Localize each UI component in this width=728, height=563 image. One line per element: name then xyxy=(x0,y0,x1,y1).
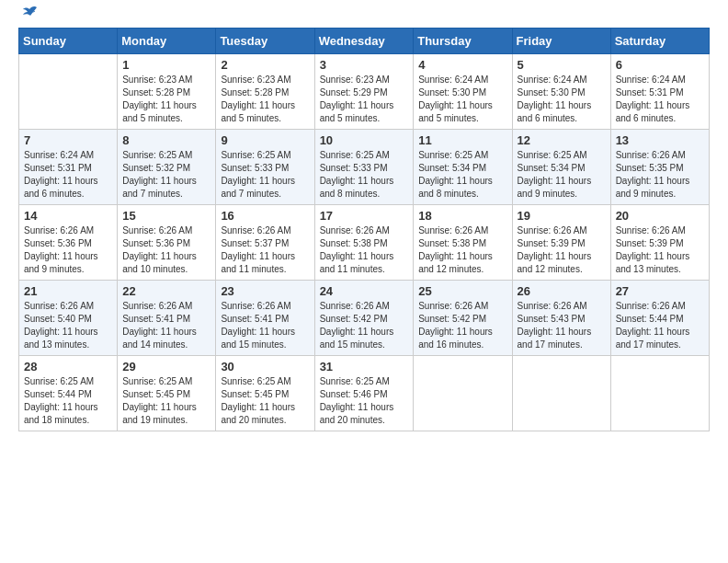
day-info: Sunrise: 6:25 AM Sunset: 5:45 PM Dayligh… xyxy=(221,375,309,427)
calendar-cell xyxy=(19,54,118,130)
calendar-cell: 19Sunrise: 6:26 AM Sunset: 5:39 PM Dayli… xyxy=(512,205,610,281)
day-number: 19 xyxy=(518,209,606,223)
day-number: 22 xyxy=(122,284,210,298)
day-info: Sunrise: 6:26 AM Sunset: 5:39 PM Dayligh… xyxy=(616,224,704,276)
calendar-cell: 4Sunrise: 6:24 AM Sunset: 5:30 PM Daylig… xyxy=(414,54,512,130)
day-number: 9 xyxy=(221,133,309,147)
calendar-cell xyxy=(610,356,709,431)
day-info: Sunrise: 6:26 AM Sunset: 5:44 PM Dayligh… xyxy=(616,300,704,351)
day-info: Sunrise: 6:25 AM Sunset: 5:34 PM Dayligh… xyxy=(518,149,606,201)
day-number: 25 xyxy=(418,284,506,298)
calendar-cell: 11Sunrise: 6:25 AM Sunset: 5:34 PM Dayli… xyxy=(414,130,512,205)
day-number: 27 xyxy=(616,284,704,298)
day-number: 4 xyxy=(418,58,506,72)
calendar-cell xyxy=(512,356,610,431)
day-info: Sunrise: 6:24 AM Sunset: 5:30 PM Dayligh… xyxy=(418,74,506,125)
calendar-cell: 9Sunrise: 6:25 AM Sunset: 5:33 PM Daylig… xyxy=(216,130,314,205)
day-info: Sunrise: 6:24 AM Sunset: 5:31 PM Dayligh… xyxy=(24,149,112,201)
calendar-cell: 15Sunrise: 6:26 AM Sunset: 5:36 PM Dayli… xyxy=(118,205,216,281)
day-info: Sunrise: 6:26 AM Sunset: 5:38 PM Dayligh… xyxy=(418,224,506,276)
calendar-cell: 5Sunrise: 6:24 AM Sunset: 5:30 PM Daylig… xyxy=(512,54,610,130)
calendar-header-sunday: Sunday xyxy=(19,29,118,54)
calendar-cell: 24Sunrise: 6:26 AM Sunset: 5:42 PM Dayli… xyxy=(314,281,414,356)
day-number: 15 xyxy=(122,209,210,223)
logo xyxy=(18,9,40,20)
day-info: Sunrise: 6:26 AM Sunset: 5:43 PM Dayligh… xyxy=(518,300,606,351)
logo-bird-icon xyxy=(20,6,40,24)
calendar-cell: 12Sunrise: 6:25 AM Sunset: 5:34 PM Dayli… xyxy=(512,130,610,205)
day-info: Sunrise: 6:24 AM Sunset: 5:31 PM Dayligh… xyxy=(616,74,704,125)
calendar-cell: 30Sunrise: 6:25 AM Sunset: 5:45 PM Dayli… xyxy=(216,356,314,431)
day-info: Sunrise: 6:24 AM Sunset: 5:30 PM Dayligh… xyxy=(518,74,606,125)
calendar-header-friday: Friday xyxy=(512,29,610,54)
day-number: 24 xyxy=(320,284,409,298)
calendar-cell: 14Sunrise: 6:26 AM Sunset: 5:36 PM Dayli… xyxy=(19,205,118,281)
day-info: Sunrise: 6:26 AM Sunset: 5:37 PM Dayligh… xyxy=(221,224,309,276)
calendar-week-row: 7Sunrise: 6:24 AM Sunset: 5:31 PM Daylig… xyxy=(19,130,710,205)
calendar-header-thursday: Thursday xyxy=(414,29,512,54)
day-info: Sunrise: 6:25 AM Sunset: 5:44 PM Dayligh… xyxy=(24,375,112,427)
calendar-cell: 22Sunrise: 6:26 AM Sunset: 5:41 PM Dayli… xyxy=(118,281,216,356)
calendar-header-monday: Monday xyxy=(118,29,216,54)
day-info: Sunrise: 6:26 AM Sunset: 5:40 PM Dayligh… xyxy=(24,300,112,351)
day-number: 8 xyxy=(122,133,210,147)
day-info: Sunrise: 6:26 AM Sunset: 5:39 PM Dayligh… xyxy=(518,224,606,276)
page-header xyxy=(18,9,710,20)
day-number: 6 xyxy=(616,58,704,72)
day-number: 13 xyxy=(616,133,704,147)
day-number: 7 xyxy=(24,133,112,147)
calendar-cell xyxy=(414,356,512,431)
calendar-header-row: SundayMondayTuesdayWednesdayThursdayFrid… xyxy=(19,29,710,54)
day-number: 1 xyxy=(122,58,210,72)
calendar-cell: 2Sunrise: 6:23 AM Sunset: 5:28 PM Daylig… xyxy=(216,54,314,130)
calendar-cell: 6Sunrise: 6:24 AM Sunset: 5:31 PM Daylig… xyxy=(610,54,709,130)
day-info: Sunrise: 6:25 AM Sunset: 5:32 PM Dayligh… xyxy=(122,149,210,201)
day-info: Sunrise: 6:26 AM Sunset: 5:42 PM Dayligh… xyxy=(418,300,506,351)
day-info: Sunrise: 6:25 AM Sunset: 5:45 PM Dayligh… xyxy=(122,375,210,427)
day-number: 20 xyxy=(616,209,704,223)
calendar-cell: 17Sunrise: 6:26 AM Sunset: 5:38 PM Dayli… xyxy=(314,205,414,281)
day-info: Sunrise: 6:25 AM Sunset: 5:33 PM Dayligh… xyxy=(221,149,309,201)
calendar-cell: 13Sunrise: 6:26 AM Sunset: 5:35 PM Dayli… xyxy=(610,130,709,205)
day-number: 31 xyxy=(320,360,409,373)
calendar-cell: 23Sunrise: 6:26 AM Sunset: 5:41 PM Dayli… xyxy=(216,281,314,356)
calendar-cell: 8Sunrise: 6:25 AM Sunset: 5:32 PM Daylig… xyxy=(118,130,216,205)
calendar-cell: 20Sunrise: 6:26 AM Sunset: 5:39 PM Dayli… xyxy=(610,205,709,281)
day-number: 21 xyxy=(24,284,112,298)
calendar-cell: 1Sunrise: 6:23 AM Sunset: 5:28 PM Daylig… xyxy=(118,54,216,130)
day-info: Sunrise: 6:25 AM Sunset: 5:33 PM Dayligh… xyxy=(320,149,409,201)
calendar-week-row: 21Sunrise: 6:26 AM Sunset: 5:40 PM Dayli… xyxy=(19,281,710,356)
calendar-cell: 21Sunrise: 6:26 AM Sunset: 5:40 PM Dayli… xyxy=(19,281,118,356)
calendar-cell: 27Sunrise: 6:26 AM Sunset: 5:44 PM Dayli… xyxy=(610,281,709,356)
day-number: 11 xyxy=(418,133,506,147)
calendar-cell: 31Sunrise: 6:25 AM Sunset: 5:46 PM Dayli… xyxy=(314,356,414,431)
day-number: 3 xyxy=(320,58,409,72)
day-info: Sunrise: 6:26 AM Sunset: 5:36 PM Dayligh… xyxy=(24,224,112,276)
day-number: 14 xyxy=(24,209,112,223)
calendar-header-tuesday: Tuesday xyxy=(216,29,314,54)
calendar-cell: 18Sunrise: 6:26 AM Sunset: 5:38 PM Dayli… xyxy=(414,205,512,281)
day-info: Sunrise: 6:23 AM Sunset: 5:28 PM Dayligh… xyxy=(221,74,309,125)
day-number: 10 xyxy=(320,133,409,147)
day-info: Sunrise: 6:25 AM Sunset: 5:34 PM Dayligh… xyxy=(418,149,506,201)
day-info: Sunrise: 6:26 AM Sunset: 5:38 PM Dayligh… xyxy=(320,224,409,276)
calendar-cell: 29Sunrise: 6:25 AM Sunset: 5:45 PM Dayli… xyxy=(118,356,216,431)
calendar-table: SundayMondayTuesdayWednesdayThursdayFrid… xyxy=(18,28,710,431)
day-info: Sunrise: 6:23 AM Sunset: 5:28 PM Dayligh… xyxy=(122,74,210,125)
calendar-cell: 25Sunrise: 6:26 AM Sunset: 5:42 PM Dayli… xyxy=(414,281,512,356)
calendar-cell: 28Sunrise: 6:25 AM Sunset: 5:44 PM Dayli… xyxy=(19,356,118,431)
calendar-cell: 16Sunrise: 6:26 AM Sunset: 5:37 PM Dayli… xyxy=(216,205,314,281)
day-number: 26 xyxy=(518,284,606,298)
day-info: Sunrise: 6:26 AM Sunset: 5:35 PM Dayligh… xyxy=(616,149,704,201)
day-number: 5 xyxy=(518,58,606,72)
day-info: Sunrise: 6:25 AM Sunset: 5:46 PM Dayligh… xyxy=(320,375,409,427)
day-info: Sunrise: 6:26 AM Sunset: 5:41 PM Dayligh… xyxy=(221,300,309,351)
day-number: 17 xyxy=(320,209,409,223)
calendar-cell: 7Sunrise: 6:24 AM Sunset: 5:31 PM Daylig… xyxy=(19,130,118,205)
day-info: Sunrise: 6:23 AM Sunset: 5:29 PM Dayligh… xyxy=(320,74,409,125)
day-number: 16 xyxy=(221,209,309,223)
calendar-week-row: 14Sunrise: 6:26 AM Sunset: 5:36 PM Dayli… xyxy=(19,205,710,281)
day-number: 28 xyxy=(24,360,112,373)
calendar-cell: 3Sunrise: 6:23 AM Sunset: 5:29 PM Daylig… xyxy=(314,54,414,130)
calendar-week-row: 1Sunrise: 6:23 AM Sunset: 5:28 PM Daylig… xyxy=(19,54,710,130)
